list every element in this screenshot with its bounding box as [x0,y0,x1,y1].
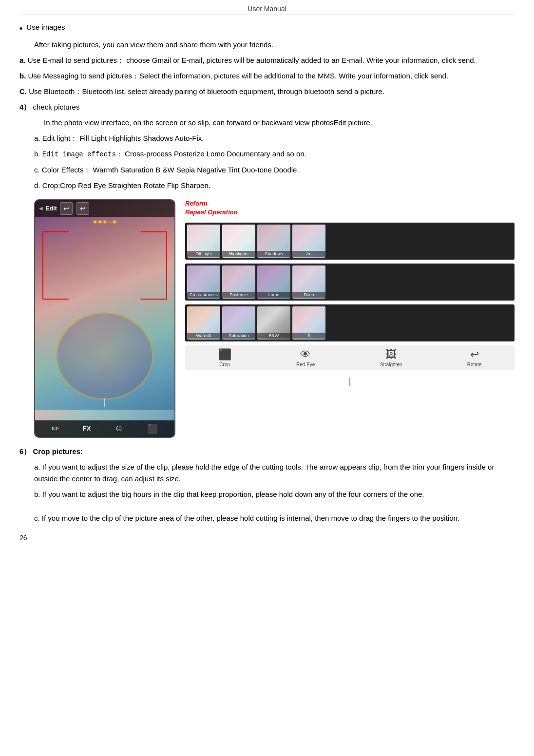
straighten-label: Straighten [380,362,402,367]
filter-saturation-label: Saturation [222,333,255,339]
para8-a: Edit image effects： [42,151,123,158]
tool-crop[interactable]: ⬛ Crop [218,348,231,367]
para4-block: C. Use Bluetooth：Bluetooth list, select … [19,86,515,97]
filter-highlights[interactable]: Highlights [222,225,255,258]
annotation-repeal: Repeal Operation [185,208,515,217]
filter-posterize-label: Posterize [222,292,255,298]
filter-highlights-label: Highlights [222,251,255,257]
para2-label: a. [19,56,26,64]
tool-rotate[interactable]: ↩ Rotate [467,348,481,367]
filter-warmth[interactable]: Warmth [187,306,220,340]
phone-top-bar: ◀ Edit ↩ ↩ [35,200,174,217]
use-images-label: Use images [26,23,65,31]
para1: After taking pictures, you can view them… [34,39,515,51]
filter-bw[interactable]: B&W [257,306,290,340]
tool-straighten[interactable]: 🖼 Straighten [380,348,402,367]
para10-block: d. Crop:Crop Red Eye Straighten Rotate F… [34,180,515,191]
filter-crossprocess-label: Cross-process [187,292,220,298]
para-crop-block: 6） Crop pictures: [19,446,515,457]
annotation-reform: Reform [185,199,515,208]
para-crop-c: c. If you move to the clip of the pictur… [34,512,515,524]
para10-a: Crop:Crop [42,181,76,189]
crop-icon: ⬛ [218,348,231,361]
filter-shadows[interactable]: Shadows [257,225,290,258]
para3-label: b. [19,72,26,80]
red-eye-label: Red Eye [296,362,315,367]
para3-text: Use Messaging to send pictures：Select th… [28,72,449,80]
vertical-bar-indicator: | [185,376,515,386]
filter-row-2: Cross-process Posterize Lomo Docu [185,264,515,301]
filter-warmth-label: Warmth [187,333,220,339]
para2-text: Use E-mail to send pictures： choose Gmai… [28,56,476,64]
header: User Manual [19,5,515,15]
tool-row: ⬛ Crop 👁 Red Eye 🖼 Straighten ↩ Rotate [185,345,515,370]
para7-label: a. [34,134,40,142]
phone-screen: ◀ Edit ↩ ↩ [35,200,174,437]
square-icon[interactable]: ⬛ [147,423,158,434]
face-icon[interactable]: ☺ [114,423,123,434]
red-eye-icon: 👁 [300,348,311,361]
para-crop-label: 6） [19,447,31,455]
para10-label: d. [34,181,40,189]
filter-crossprocess[interactable]: Cross-process [187,265,220,299]
para-crop-text: Crop pictures: [33,447,83,455]
tool-red-eye[interactable]: 👁 Red Eye [296,348,315,367]
filter-fill-light[interactable]: Fill Light [187,225,220,258]
para5-label: 4） [19,103,31,111]
right-panel: Reform Repeal Operation Fill Light Highl… [185,199,515,388]
filter-saturation[interactable]: Saturation [222,306,255,340]
para9-block: c. Color Effects： Warmth Saturation B &W… [34,164,515,176]
filter-docu[interactable]: Docu [292,265,325,299]
filter-row-1: Fill Light Highlights Shadows Au [185,223,515,260]
straighten-icon: 🖼 [386,348,397,361]
para6: In the photo view interface, on the scre… [44,117,515,129]
filter-shadows-label: Shadows [257,251,290,257]
para9-b: Warmth Saturation B &W Sepia Negative Ti… [93,166,299,174]
para7-a: Edit light： [42,134,78,142]
filter-docu-label: Docu [292,292,325,298]
para-crop-a: a. If you want to adjust the size of the… [34,461,515,485]
undo-icon[interactable]: ↩ [60,202,73,215]
header-title: User Manual [19,5,515,15]
phone-bottom-bar: ✏ FX ☺ ⬛ [35,420,174,437]
para3-block: b. Use Messaging to send pictures：Select… [19,70,515,82]
filter-lomo[interactable]: Lomo [257,265,290,299]
filter-fill-light-label: Fill Light [187,251,220,257]
para8-block: b. Edit image effects： Cross-process Pos… [34,148,515,160]
para8-label: b. [34,150,40,158]
rotate-label: Rotate [467,362,481,367]
image-composite: ◀ Edit ↩ ↩ [34,199,515,438]
para4-text: Use Bluetooth：Bluetooth list, select alr… [29,87,384,95]
bullet-dot: • [19,23,22,35]
phone-carousel-image: | [35,217,174,410]
para-crop-b: b. If you want to adjust the big hours i… [34,489,515,500]
edit-icon-bar: ↩ ↩ [60,202,89,215]
annotation-labels: Reform Repeal Operation [185,199,515,217]
page-number: 26 [19,534,515,542]
edit-pencil-icon[interactable]: ✏ [52,423,59,434]
para10-b: Red Eye Straighten Rotate Flip Sharpen. [78,181,210,189]
rotate-icon: ↩ [470,348,479,361]
filter-lomo-label: Lomo [257,292,290,298]
filter-s[interactable]: S [292,306,325,340]
filter-posterize[interactable]: Posterize [222,265,255,299]
bullet-use-images: • Use images [19,23,515,35]
filter-bw-label: B&W [257,333,290,339]
filter-row-3: Warmth Saturation B&W S [185,304,515,341]
para7-block: a. Edit light： Fill Light Highlights Sha… [34,132,515,144]
para9-label: c. [34,166,40,174]
para5-block: 4） check pictures [19,101,515,113]
para7-b: Fill Light Highlights Shadows Auto-Fix. [79,134,204,142]
redo-icon[interactable]: ↩ [76,202,89,215]
filter-autofix[interactable]: Au [292,225,325,258]
para4-label: C. [19,87,27,95]
para5-text: check pictures [33,103,80,111]
para2-block: a. Use E-mail to send pictures： choose G… [19,55,515,66]
phone-mockup: ◀ Edit ↩ ↩ [34,199,175,438]
filter-autofix-label: Au [292,251,325,257]
filter-s-label: S [292,333,325,339]
para9-a: Color Effects： [42,166,91,174]
crop-label: Crop [219,362,230,367]
fx-label[interactable]: FX [83,425,91,432]
para8-b: Cross-process Posterize Lomo Documentary… [125,150,306,158]
